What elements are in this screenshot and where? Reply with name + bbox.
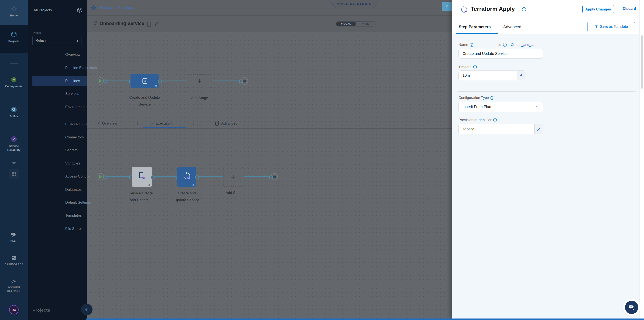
notes-icon[interactable] [147,21,151,27]
step-node-terraform-plan[interactable]: </> [132,167,152,187]
stage-node-create-and-update-service[interactable]: </> </> [130,74,159,88]
project-label: Project [33,31,41,34]
rail-divider [10,63,18,64]
project-box-icon[interactable] [77,7,82,13]
stop-icon [243,80,246,82]
app-window: Home Projects ∞ Deployments Builds [0,0,644,320]
sidebar-item-account-settings[interactable]: ACCOUNT SETTINGS [0,278,28,293]
sidebar-item-delegates[interactable]: Delegates [65,188,82,192]
pipeline-end-node[interactable] [241,77,248,85]
timeout-input[interactable] [459,71,517,80]
service-reliability-icon [11,136,17,142]
rail-deployments-label: Deployments [5,85,22,88]
execution-end-node[interactable] [270,173,278,181]
sidebar-item-services[interactable]: Services [65,92,79,96]
chevron-right-icon: › [114,6,116,10]
tab-advanced[interactable]: Advanced [215,118,238,128]
terraform-apply-icon [460,5,468,14]
sidebar-item-dashboards[interactable]: DASHBOARDS [0,255,28,266]
sidebar-item-templates[interactable]: Templates [65,213,82,218]
info-icon[interactable] [522,7,526,12]
sidebar-item-secrets[interactable]: Secrets [65,148,78,152]
sidebar-item-variables[interactable]: Variables [65,161,80,166]
plus-icon: + [231,173,235,181]
execution-start-node[interactable] [96,173,104,181]
grid-icon [12,172,16,176]
dashboards-icon [11,255,17,261]
svg-text:?: ? [12,233,14,235]
tab-advanced-label: Advanced [221,121,238,126]
sidebar-item-projects[interactable]: Projects [0,31,28,43]
rail-help-label: HELP [10,239,18,243]
info-icon[interactable] [493,118,497,122]
toggle-yaml[interactable]: YAML [356,22,376,26]
pipeline-studio-badge: PIPELINE STUDIO [328,0,380,8]
step-config-drawer: Terraform Apply Apply Changes Discard St… [452,0,644,318]
chat-question-icon: ? [628,304,635,311]
svg-text:∞: ∞ [13,78,15,81]
edit-pencil-icon[interactable] [154,21,159,27]
sidebar-item-file-store[interactable]: File Store [65,227,81,231]
step-id-value[interactable]: Create_and_... [511,43,534,47]
provisioner-input[interactable] [459,124,534,134]
step-node-terraform-apply[interactable]: </> [178,167,196,187]
link-ring [158,79,162,84]
module-grid-button[interactable] [9,169,19,179]
apply-changes-button[interactable]: Apply Changes [582,5,614,13]
info-icon[interactable] [473,65,477,69]
help-chat-fab[interactable]: ? [625,301,638,314]
sidebar-item-access-control[interactable]: Access Control [65,174,90,179]
toggle-visual[interactable]: VISUAL [336,22,356,26]
config-type-select[interactable]: Inherit From Plan [458,102,543,112]
connector-line [198,177,223,177]
sidebar-item-connectors[interactable]: Connectors [65,135,84,139]
scrollbar-thumb[interactable] [640,35,643,89]
sidebar-item-help[interactable]: ? HELP [0,232,28,243]
add-stage-button[interactable]: + [187,74,212,88]
tab-advanced[interactable]: Advanced [503,25,522,29]
sidebar-item-builds[interactable]: Builds [0,106,28,118]
sidebar-item-home[interactable]: Home [0,6,28,17]
project-selector-value: Rohan [36,39,46,43]
name-input[interactable] [458,49,543,59]
svg-text:</>: </> [143,80,146,82]
cube-icon [11,31,17,38]
chevron-down-icon[interactable] [12,162,16,164]
discard-button[interactable]: Discard [623,7,636,11]
sidebar-item-default-settings[interactable]: Default Settings [65,200,91,205]
sidebar-collapse-handle[interactable] [81,304,92,315]
sidebar-item-service-reliability[interactable]: Service Reliability [0,136,28,152]
runtime-input-pin-button[interactable] [534,124,543,134]
tab-execution[interactable]: ✓ Execution [151,118,172,128]
scrollbar-track[interactable] [639,0,644,318]
sidebar-item-pipelines[interactable]: Pipelines [65,79,80,83]
rail-home-label: Home [10,14,18,17]
info-icon[interactable] [503,43,507,47]
connector-line [213,81,239,81]
info-icon[interactable] [470,43,474,47]
close-drawer-button[interactable]: × [442,2,452,11]
runtime-input-pin-button[interactable] [517,71,525,80]
svg-text:?: ? [630,305,632,308]
tab-overview[interactable]: ✓ Overview [97,118,117,128]
sidebar-item-environments[interactable]: Environments [65,105,88,109]
sidebar-item-pipeline-executions[interactable]: Pipeline Executions [65,66,97,70]
breadcrumb-pipelines-link[interactable]: Pipelines [118,6,133,10]
sidebar-item-overview[interactable]: Overview [65,53,80,57]
breadcrumb-projects-link[interactable]: Projects [99,6,112,10]
tab-step-parameters[interactable]: Step Parameters [459,25,491,29]
drawer-title: Terraform Apply [471,6,515,12]
project-selector[interactable]: Rohan › [32,36,82,45]
info-icon[interactable] [490,96,494,100]
sidebar-item-pipelines-highlight[interactable]: Pipelines [32,76,87,86]
step2-label: Create and Update Service [173,190,201,204]
pipeline-start-node[interactable] [96,77,104,85]
all-projects-link[interactable]: All Projects [34,8,52,12]
rail-builds-label: Builds [10,115,18,118]
save-as-template-button[interactable]: Save as Template [587,22,635,31]
sidebar-item-deployments[interactable]: ∞ Deployments [0,76,28,88]
title-bar: Onboarding Service VISUAL YAML [87,15,452,32]
gear-icon [11,278,17,284]
add-step-button[interactable]: + [223,167,243,187]
avatar[interactable]: RG [9,305,18,314]
